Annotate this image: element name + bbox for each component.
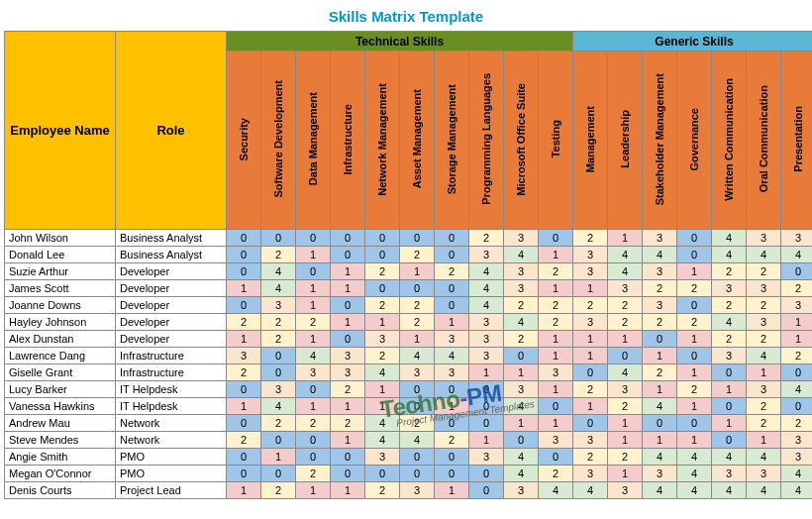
skill-value-cell: 4 (296, 348, 331, 364)
skill-value-cell: 4 (469, 280, 504, 297)
skill-column-label: Security (238, 112, 250, 166)
skill-value-cell: 4 (712, 449, 747, 466)
skill-value-cell: 1 (643, 432, 677, 449)
skill-value-cell: 0 (331, 247, 365, 263)
role-cell: Network (116, 432, 227, 449)
skill-value-cell: 2 (677, 381, 712, 398)
role-cell: IT Helpdesk (116, 381, 227, 398)
skill-value-cell: 1 (365, 398, 400, 415)
skill-column-label: Governance (688, 102, 700, 177)
employee-name-cell: Lawrence Dang (5, 348, 116, 364)
role-cell: Developer (116, 280, 227, 297)
employee-name-cell: John Wilson (5, 230, 116, 247)
skill-value-cell: 0 (469, 415, 504, 432)
skill-value-cell: 0 (435, 415, 469, 432)
skill-value-cell: 2 (296, 415, 331, 432)
employee-name-cell: Donald Lee (5, 247, 116, 263)
skill-value-cell: 1 (573, 331, 608, 348)
skill-value-cell: 4 (504, 398, 539, 415)
skill-value-cell: 4 (608, 263, 643, 280)
skill-column-label: Testing (550, 114, 561, 163)
skill-value-cell: 4 (539, 482, 573, 499)
skill-value-cell: 0 (227, 466, 261, 482)
role-cell: Infrastructure (116, 348, 227, 364)
skill-value-cell: 3 (781, 230, 813, 247)
skill-value-cell: 3 (504, 280, 539, 297)
skill-value-cell: 0 (296, 432, 331, 449)
table-row: Steve MendesNetwork20014421033111013 (5, 432, 813, 449)
skill-value-cell: 0 (435, 280, 469, 297)
skill-value-cell: 3 (435, 364, 469, 381)
skill-value-cell: 2 (539, 314, 573, 331)
skill-value-cell: 3 (573, 314, 608, 331)
skill-value-cell: 1 (573, 280, 608, 297)
skill-value-cell: 2 (573, 230, 608, 247)
role-cell: Network (116, 415, 227, 432)
skill-value-cell: 3 (469, 247, 504, 263)
skill-value-cell: 0 (261, 364, 296, 381)
skill-column-label: Infrastructure (342, 98, 354, 181)
skill-column-label: Storage Management (446, 78, 457, 200)
employee-name-cell: Giselle Grant (5, 364, 116, 381)
skill-value-cell: 3 (365, 449, 400, 466)
skill-column-header: Network Management (365, 52, 400, 230)
skill-column-label: Data Management (307, 86, 319, 191)
skill-value-cell: 2 (712, 263, 747, 280)
skill-value-cell: 4 (747, 348, 781, 364)
table-row: Lucy BarkerIT Helpdesk03021000312312134 (5, 381, 813, 398)
table-row: Angie SmithPMO01003003402244443 (5, 449, 813, 466)
skill-value-cell: 0 (435, 230, 469, 247)
skill-value-cell: 2 (608, 398, 643, 415)
skill-value-cell: 1 (747, 364, 781, 381)
skill-value-cell: 0 (296, 449, 331, 466)
skill-value-cell: 0 (331, 331, 365, 348)
skill-value-cell: 2 (227, 364, 261, 381)
skill-value-cell: 2 (677, 314, 712, 331)
skill-value-cell: 0 (365, 466, 400, 482)
employee-name-cell: Vanessa Hawkins (5, 398, 116, 415)
skill-value-cell: 3 (643, 297, 677, 314)
skill-value-cell: 0 (227, 247, 261, 263)
skill-value-cell: 0 (677, 230, 712, 247)
skill-value-cell: 2 (365, 263, 400, 280)
skill-value-cell: 1 (296, 280, 331, 297)
skill-value-cell: 3 (573, 466, 608, 482)
skill-value-cell: 0 (643, 415, 677, 432)
skill-column-header: Governance (677, 52, 712, 230)
skill-value-cell: 1 (643, 381, 677, 398)
skill-column-header: Oral Communication (747, 52, 781, 230)
skill-value-cell: 1 (227, 398, 261, 415)
category-row: Employee Name Role Technical Skills Gene… (5, 32, 813, 52)
skill-value-cell: 0 (227, 381, 261, 398)
skill-value-cell: 2 (296, 466, 331, 482)
skill-value-cell: 3 (781, 449, 813, 466)
skill-value-cell: 1 (781, 331, 813, 348)
skill-value-cell: 4 (643, 247, 677, 263)
skill-value-cell: 0 (712, 398, 747, 415)
skill-value-cell: 1 (747, 432, 781, 449)
skill-value-cell: 3 (296, 364, 331, 381)
skill-value-cell: 2 (400, 247, 435, 263)
skill-value-cell: 2 (643, 314, 677, 331)
skill-value-cell: 4 (677, 449, 712, 466)
skill-value-cell: 2 (608, 314, 643, 331)
skill-value-cell: 2 (261, 331, 296, 348)
skill-value-cell: 1 (435, 482, 469, 499)
skill-value-cell: 3 (747, 314, 781, 331)
skill-value-cell: 2 (608, 449, 643, 466)
skill-value-cell: 2 (781, 348, 813, 364)
skill-value-cell: 4 (781, 482, 813, 499)
skill-value-cell: 2 (747, 297, 781, 314)
skill-value-cell: 2 (469, 230, 504, 247)
skill-value-cell: 3 (400, 482, 435, 499)
role-cell: PMO (116, 466, 227, 482)
skill-value-cell: 0 (677, 415, 712, 432)
skill-value-cell: 1 (227, 280, 261, 297)
skill-value-cell: 0 (400, 280, 435, 297)
skill-value-cell: 4 (261, 263, 296, 280)
skill-value-cell: 2 (573, 449, 608, 466)
skill-value-cell: 2 (400, 297, 435, 314)
skill-value-cell: 3 (331, 364, 365, 381)
skill-column-header: Stakeholder Management (643, 52, 677, 230)
skill-value-cell: 0 (261, 348, 296, 364)
